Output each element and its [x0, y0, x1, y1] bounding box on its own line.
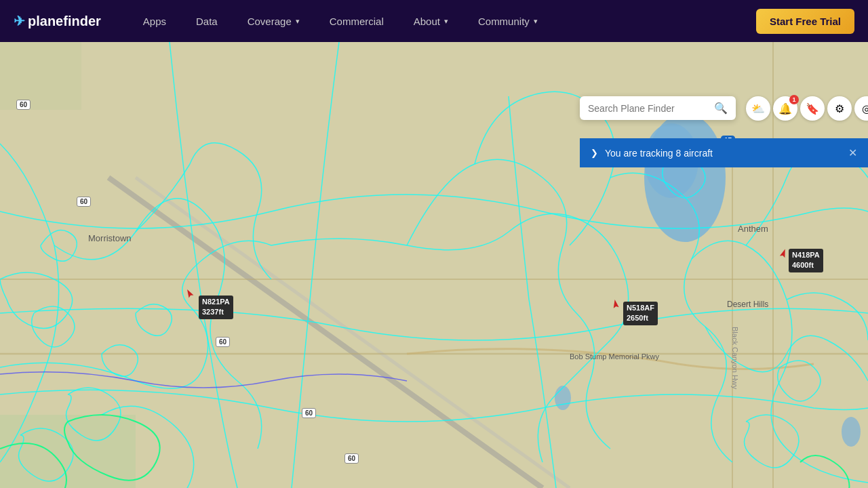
tracking-banner[interactable]: ❯ You are tracking 8 aircraft ✕ [580, 138, 868, 167]
tracking-banner-close-icon[interactable]: ✕ [848, 146, 857, 159]
toolbar: ⛅ 🔔 1 🔖 ⚙ ◎ [746, 96, 868, 121]
map-label-anthem: Anthem [738, 224, 768, 234]
nav-data[interactable]: Data [181, 0, 233, 42]
aircraft-label-N418PA[interactable]: N418PA4600ft [789, 249, 823, 272]
nav-about[interactable]: About▾ [399, 0, 463, 42]
layers-icon-button[interactable]: ◎ [854, 96, 868, 121]
svg-point-6 [842, 417, 861, 447]
coverage-chevron-icon: ▾ [296, 17, 300, 26]
road-shield-60-2: 60 [77, 197, 91, 207]
nav-coverage[interactable]: Coverage▾ [233, 0, 315, 42]
tracking-banner-chevron-icon: ❯ [591, 148, 598, 158]
alert-badge: 1 [789, 95, 799, 104]
map-container[interactable]: 60 60 60 60 60 17 Morristown Anthem Dese… [0, 42, 868, 488]
road-shield-60-4: 60 [302, 408, 316, 418]
nav-links: Apps Data Coverage▾ Commercial About▾ Co… [128, 0, 756, 42]
svg-rect-1 [0, 42, 81, 110]
bookmark-icon-button[interactable]: 🔖 [800, 96, 825, 121]
road-shield-60-1: 60 [16, 100, 31, 110]
community-chevron-icon: ▾ [534, 17, 538, 26]
logo-text: planefinder [28, 14, 101, 28]
map-label-desert-hills: Desert Hills [727, 300, 768, 309]
road-shield-60-5: 60 [344, 453, 359, 464]
weather-icon-button[interactable]: ⛅ [746, 96, 770, 121]
road-shield-60-3: 60 [216, 337, 230, 347]
alert-icon-button[interactable]: 🔔 1 [773, 96, 797, 121]
search-bar: 🔍 [580, 96, 736, 120]
nav-apps[interactable]: Apps [128, 0, 181, 42]
logo[interactable]: ✈planefinder [14, 13, 101, 29]
search-input[interactable] [588, 103, 714, 114]
map-svg [0, 42, 868, 488]
search-icon[interactable]: 🔍 [714, 102, 728, 115]
start-free-button[interactable]: Start Free Trial [756, 9, 854, 34]
tracking-banner-text: You are tracking 8 aircraft [605, 148, 713, 159]
nav-community[interactable]: Community▾ [463, 0, 553, 42]
navbar: ✈planefinder Apps Data Coverage▾ Commerc… [0, 0, 868, 42]
settings-icon-button[interactable]: ⚙ [827, 96, 852, 121]
logo-plane-icon: ✈ [14, 14, 25, 28]
map-road-label-black-canyon: Black Canyon Hwy [731, 327, 739, 389]
map-label-morristown: Morristown [88, 233, 132, 243]
aircraft-label-N821PA[interactable]: N821PA3237ft [199, 296, 233, 319]
svg-rect-2 [0, 415, 136, 488]
nav-commercial[interactable]: Commercial [315, 0, 399, 42]
about-chevron-icon: ▾ [444, 17, 448, 26]
svg-point-5 [555, 386, 571, 410]
aircraft-label-N518AF[interactable]: N518AF2650ft [623, 302, 658, 325]
map-label-bob-stump: Bob Stump Memorial Pkwy [570, 352, 659, 361]
